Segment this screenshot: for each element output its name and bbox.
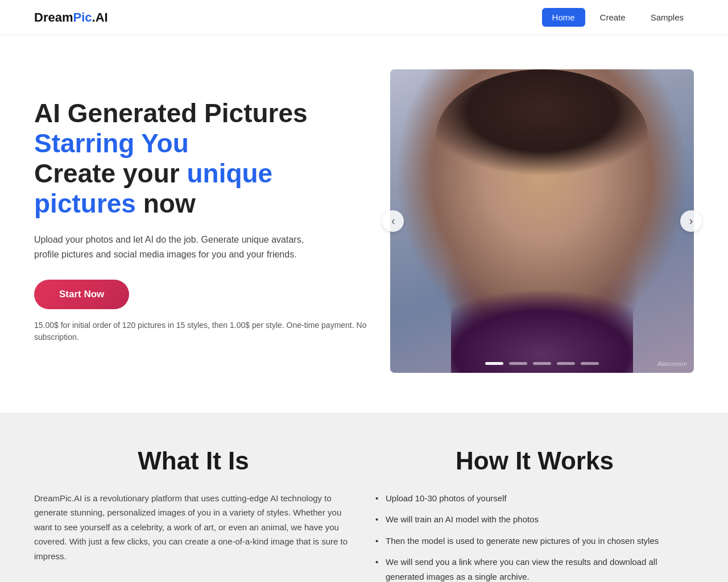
nav-create[interactable]: Create — [590, 8, 636, 27]
carousel-dot-5[interactable] — [581, 362, 599, 365]
logo-pic: Pic — [73, 10, 92, 24]
what-it-is-col: What It Is DreamPic.AI is a revolutionar… — [34, 447, 353, 582]
how-step-1: Upload 10-30 photos of yourself — [375, 491, 694, 506]
how-step-4: We will send you a link where you can vi… — [375, 555, 694, 582]
carousel-image — [390, 69, 694, 373]
how-step-3: Then the model is used to generate new p… — [375, 534, 694, 548]
carousel-next-button[interactable]: › — [680, 210, 702, 232]
what-text: DreamPic.AI is a revolutionary platform … — [34, 491, 353, 564]
nav-links: Home Create Samples — [542, 8, 694, 27]
hero-title-create-pre: Create your — [34, 159, 187, 188]
hero-carousel: Alarconsm ‹ › — [390, 69, 694, 373]
start-now-button[interactable]: Start Now — [34, 280, 129, 309]
hero-description: Upload your photos and let AI do the job… — [34, 232, 330, 261]
nav-home[interactable]: Home — [542, 8, 585, 27]
how-it-works-col: How It Works Upload 10-30 photos of your… — [375, 447, 694, 582]
navbar: DreamPic.AI Home Create Samples — [0, 0, 728, 35]
carousel-dots — [485, 362, 599, 365]
logo: DreamPic.AI — [34, 10, 108, 25]
carousel-dot-1[interactable] — [485, 362, 503, 365]
hero-section: AI Generated Pictures Starring You Creat… — [0, 35, 728, 413]
hero-title-now: now — [136, 189, 196, 218]
how-title: How It Works — [375, 447, 694, 475]
logo-dream: Dream — [34, 10, 73, 24]
hero-title: AI Generated Pictures Starring You Creat… — [34, 98, 377, 219]
hero-title-starring: Starring You — [34, 128, 189, 158]
how-step-2: We will train an AI model with the photo… — [375, 512, 694, 527]
carousel-image-wrapper: Alarconsm — [390, 69, 694, 373]
carousel-dot-2[interactable] — [509, 362, 527, 365]
what-title: What It Is — [34, 447, 353, 475]
logo-ai: .AI — [92, 10, 108, 24]
carousel-dot-3[interactable] — [533, 362, 551, 365]
carousel-prev-button[interactable]: ‹ — [382, 210, 404, 232]
how-steps-list: Upload 10-30 photos of yourself We will … — [375, 491, 694, 582]
info-grid: What It Is DreamPic.AI is a revolutionar… — [34, 447, 694, 582]
info-section: What It Is DreamPic.AI is a revolutionar… — [0, 413, 728, 582]
hero-title-line1: AI Generated Pictures — [34, 98, 308, 128]
nav-samples[interactable]: Samples — [640, 8, 694, 27]
hero-text: AI Generated Pictures Starring You Creat… — [34, 98, 377, 343]
carousel-dot-4[interactable] — [557, 362, 575, 365]
pricing-note: 15.00$ for initial order of 120 pictures… — [34, 321, 366, 342]
image-watermark: Alarconsm — [657, 360, 687, 367]
